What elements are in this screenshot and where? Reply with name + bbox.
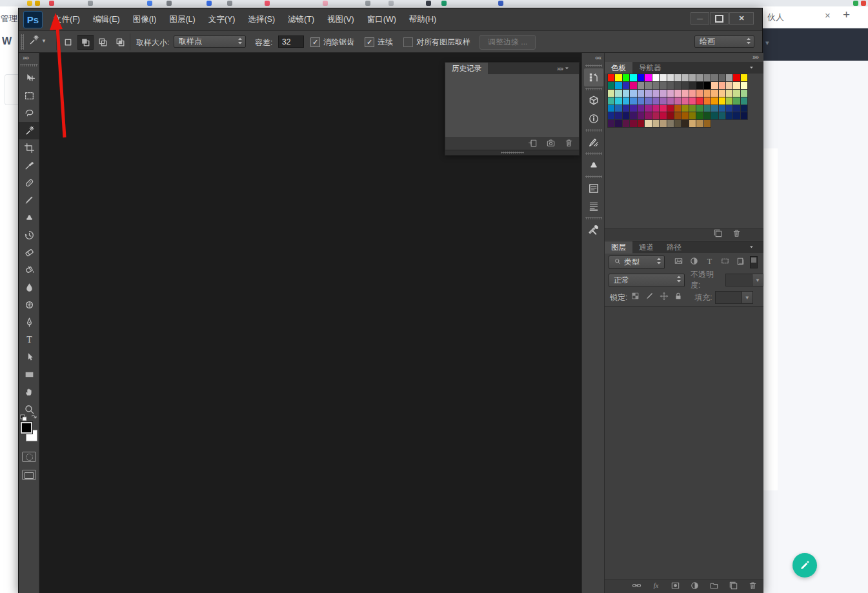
tool-preset-picker[interactable]: ▼ <box>28 34 46 48</box>
color-swatch[interactable] <box>681 74 689 82</box>
color-swatch[interactable] <box>638 74 645 82</box>
browser-favicon[interactable] <box>861 1 866 6</box>
color-swatch[interactable] <box>660 120 667 128</box>
hand-tool[interactable] <box>19 383 39 401</box>
color-swatch[interactable] <box>623 105 630 113</box>
color-swatch[interactable] <box>645 74 652 82</box>
browser-favicon[interactable] <box>389 1 394 6</box>
color-swatch[interactable] <box>689 74 696 82</box>
menu-item-5[interactable]: 选择(S) <box>241 8 281 31</box>
color-swatch[interactable] <box>638 120 645 128</box>
add-selection-button[interactable] <box>77 35 94 50</box>
eraser-tool[interactable] <box>19 244 39 261</box>
paint-bucket-tool[interactable] <box>19 261 39 279</box>
opacity-combo[interactable]: ▼ <box>725 274 763 286</box>
expand-chevrons-icon[interactable]: »» <box>752 54 758 61</box>
layer-filter-dropdown[interactable]: 类型 <box>609 256 665 269</box>
color-swatch[interactable] <box>615 74 622 82</box>
color-swatch[interactable] <box>719 97 726 105</box>
chevron-down-icon[interactable]: ▾ <box>765 39 769 47</box>
color-swatch[interactable] <box>623 120 630 128</box>
color-swatch[interactable] <box>696 82 703 90</box>
menu-item-4[interactable]: 文字(Y) <box>202 8 242 31</box>
color-swatch[interactable] <box>674 105 681 113</box>
color-swatch[interactable] <box>689 97 696 105</box>
grip-handle[interactable] <box>20 64 38 66</box>
new-doc-from-state-button[interactable] <box>528 138 538 150</box>
path-select-tool[interactable] <box>19 348 39 366</box>
new-selection-button[interactable] <box>60 35 76 50</box>
edit-fab-button[interactable] <box>792 553 817 578</box>
lock-pixels-button[interactable] <box>645 292 654 303</box>
color-swatch[interactable] <box>645 105 652 113</box>
rect-marquee-tool[interactable] <box>19 87 39 105</box>
tab-navigator[interactable]: 导航器 <box>632 62 668 74</box>
color-swatch[interactable] <box>608 82 615 90</box>
quick-mask-button[interactable] <box>22 452 36 462</box>
color-swatch[interactable] <box>704 82 711 90</box>
color-swatch[interactable] <box>704 97 711 105</box>
checkbox-option-1[interactable]: ✓连续 <box>365 37 393 48</box>
grip-handle[interactable] <box>585 129 602 132</box>
color-swatch[interactable] <box>645 120 652 128</box>
color-swatch[interactable] <box>608 90 615 97</box>
color-swatch[interactable] <box>630 97 637 105</box>
layers-list-empty[interactable] <box>605 306 763 579</box>
color-swatch[interactable] <box>681 112 689 120</box>
color-swatch[interactable] <box>681 120 689 128</box>
color-swatch[interactable] <box>689 112 696 120</box>
shape-tool[interactable] <box>19 366 39 383</box>
tab-paths[interactable]: 路径 <box>660 241 688 254</box>
color-swatch[interactable] <box>615 97 622 105</box>
color-swatch[interactable] <box>667 97 674 105</box>
spot-healing-tool[interactable] <box>19 174 39 192</box>
browser-favicon[interactable] <box>167 1 172 6</box>
color-swatch[interactable] <box>660 74 667 82</box>
color-swatch[interactable] <box>674 90 681 97</box>
color-swatch[interactable] <box>741 74 748 82</box>
menu-item-2[interactable]: 图像(I) <box>126 8 163 31</box>
color-swatch[interactable] <box>689 120 696 128</box>
color-swatch[interactable] <box>615 105 622 113</box>
pen-tool[interactable] <box>19 314 39 331</box>
color-swatch[interactable] <box>704 120 711 128</box>
color-swatch[interactable] <box>623 90 630 97</box>
color-swatch[interactable] <box>623 82 630 90</box>
panel-menu-icon[interactable] <box>749 62 760 74</box>
color-swatch[interactable] <box>652 97 660 105</box>
color-swatch[interactable] <box>652 105 660 113</box>
collapse-chevrons-icon[interactable]: »» <box>557 65 563 72</box>
browser-favicon[interactable] <box>426 1 431 6</box>
blend-mode-dropdown[interactable]: 正常 <box>609 274 685 287</box>
lock-transparency-button[interactable] <box>631 292 640 303</box>
panel-menu-icon[interactable] <box>565 63 575 74</box>
browser-favicon[interactable] <box>265 1 270 6</box>
color-swatch[interactable] <box>667 112 674 120</box>
color-swatch[interactable] <box>630 82 637 90</box>
grip-handle[interactable] <box>585 88 602 90</box>
color-swatch[interactable] <box>623 97 630 105</box>
expand-chevrons-icon[interactable]: »» <box>23 54 28 61</box>
color-swatch[interactable] <box>719 90 726 97</box>
delete-trash-button[interactable] <box>748 581 758 593</box>
menu-item-0[interactable]: 文件(F) <box>47 8 86 31</box>
color-swatch[interactable] <box>696 105 703 113</box>
browser-favicon[interactable] <box>323 1 328 6</box>
color-swatch[interactable] <box>667 120 674 128</box>
color-swatch[interactable] <box>741 105 748 113</box>
color-swatch[interactable] <box>623 74 630 82</box>
color-swatch[interactable] <box>733 105 740 113</box>
color-swatch[interactable] <box>630 90 637 97</box>
color-swatch[interactable] <box>696 112 703 120</box>
smart-filter-button[interactable] <box>736 256 745 268</box>
color-swatch[interactable] <box>652 120 660 128</box>
tab-layers[interactable]: 图层 <box>605 241 632 254</box>
brush-tool[interactable] <box>19 192 39 209</box>
color-swatch[interactable] <box>711 82 718 90</box>
tab-swatches[interactable]: 色板 <box>605 62 632 74</box>
color-swatch[interactable] <box>638 82 645 90</box>
dodge-tool[interactable] <box>19 296 39 314</box>
clone-stamp-tool[interactable] <box>19 209 39 226</box>
browser-favicon[interactable] <box>498 1 503 6</box>
color-swatch[interactable] <box>711 105 718 113</box>
